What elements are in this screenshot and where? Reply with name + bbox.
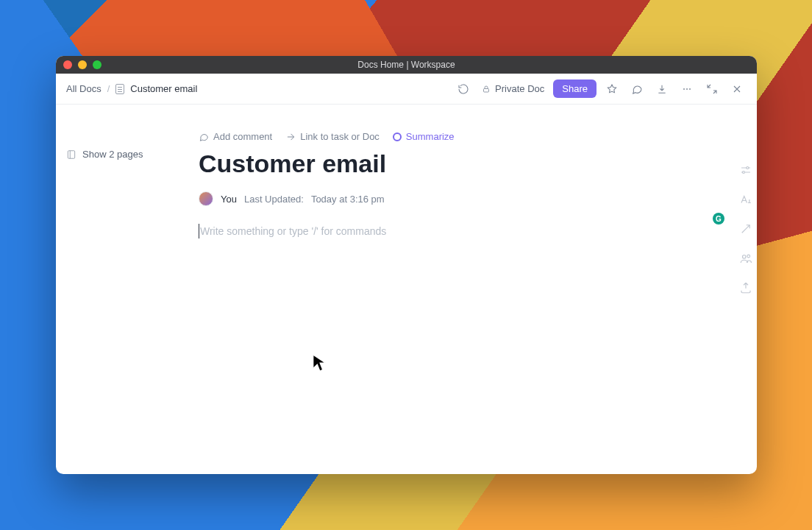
svg-point-3 xyxy=(689,88,691,90)
maximize-window-button[interactable] xyxy=(93,60,102,69)
close-panel-icon[interactable] xyxy=(727,80,747,99)
link-task-action[interactable]: Link to task or Doc xyxy=(285,131,380,142)
window-controls xyxy=(56,60,102,69)
doc-actions-row: Add comment Link to task or Doc Summariz… xyxy=(199,131,736,142)
minimize-window-button[interactable] xyxy=(78,60,87,69)
link-task-label: Link to task or Doc xyxy=(300,131,380,142)
close-window-button[interactable] xyxy=(63,60,72,69)
window-title: Docs Home | Workspace xyxy=(56,60,757,70)
link-icon xyxy=(285,132,296,142)
collapse-icon[interactable] xyxy=(702,80,722,99)
show-pages-label: Show 2 pages xyxy=(82,149,143,160)
breadcrumb: All Docs / Customer email xyxy=(66,83,197,94)
author-avatar[interactable] xyxy=(199,191,213,206)
show-pages-toggle[interactable]: Show 2 pages xyxy=(66,149,184,160)
lock-icon xyxy=(482,85,491,93)
history-icon[interactable] xyxy=(454,80,473,99)
app-window: Docs Home | Workspace All Docs / Custome… xyxy=(56,56,757,474)
comment-icon xyxy=(199,132,209,142)
privacy-indicator[interactable]: Private Doc xyxy=(479,80,547,97)
editor-area: Add comment Link to task or Doc Summariz… xyxy=(194,105,757,474)
svg-rect-4 xyxy=(68,150,74,158)
comment-bubble-icon[interactable] xyxy=(627,80,647,99)
add-comment-label: Add comment xyxy=(213,131,272,142)
typography-icon[interactable] xyxy=(739,193,752,206)
ai-sparkle-icon xyxy=(393,132,402,141)
window-titlebar: Docs Home | Workspace xyxy=(56,56,757,74)
author-label: You xyxy=(221,194,237,205)
privacy-label: Private Doc xyxy=(495,83,544,94)
top-toolbar: All Docs / Customer email Private Doc Sh… xyxy=(56,74,757,105)
doc-icon xyxy=(115,84,124,94)
svg-point-2 xyxy=(686,88,688,90)
last-updated-value: Today at 3:16 pm xyxy=(311,194,385,205)
last-updated-prefix: Last Updated: xyxy=(244,194,304,205)
summarize-action[interactable]: Summarize xyxy=(393,131,455,142)
svg-point-8 xyxy=(747,255,750,258)
share-button[interactable]: Share xyxy=(553,80,596,98)
settings-slider-icon[interactable] xyxy=(739,163,752,177)
pages-icon xyxy=(66,149,76,160)
document-body: Show 2 pages Add comment Link to task or… xyxy=(56,105,757,474)
editor-input[interactable]: Write something or type '/' for commands xyxy=(199,224,699,239)
svg-point-7 xyxy=(743,255,747,259)
more-menu-icon[interactable] xyxy=(677,80,697,99)
breadcrumb-separator: / xyxy=(107,83,110,94)
export-icon[interactable] xyxy=(739,281,752,294)
ai-suggest-icon[interactable] xyxy=(739,222,752,236)
summarize-label: Summarize xyxy=(406,131,455,142)
svg-point-1 xyxy=(683,88,685,90)
star-icon[interactable] xyxy=(602,80,622,99)
breadcrumb-root-link[interactable]: All Docs xyxy=(66,83,102,94)
left-sidebar: Show 2 pages xyxy=(56,105,194,474)
svg-rect-0 xyxy=(484,88,489,92)
right-rail xyxy=(739,163,752,294)
doc-meta-row: You Last Updated: Today at 3:16 pm xyxy=(199,191,736,206)
add-comment-action[interactable]: Add comment xyxy=(199,131,272,142)
doc-title[interactable]: Customer email xyxy=(199,149,736,178)
breadcrumb-current: Customer email xyxy=(130,83,197,94)
grammarly-badge-icon[interactable]: G xyxy=(713,213,724,225)
contributors-icon[interactable] xyxy=(739,252,752,265)
download-arrow-icon[interactable] xyxy=(652,80,672,99)
svg-point-6 xyxy=(743,172,745,174)
svg-point-5 xyxy=(747,167,749,169)
